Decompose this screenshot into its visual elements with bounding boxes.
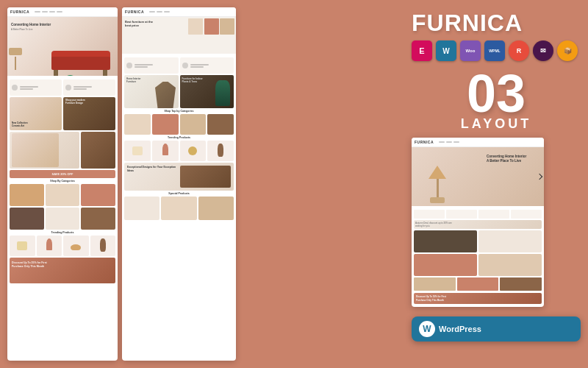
banner xyxy=(414,210,445,219)
banner xyxy=(446,210,477,219)
nav-item xyxy=(446,141,452,143)
hero-background: Converting Home Interior A Better Place … xyxy=(7,17,118,76)
promo-side xyxy=(81,132,115,169)
banner xyxy=(511,210,542,219)
wp-badge-label: WordPress xyxy=(439,325,481,333)
small-cat xyxy=(414,277,456,291)
feature-label: Shop your modernFurniture Design xyxy=(65,99,85,105)
special-products xyxy=(124,197,234,220)
wordpress-icon: W xyxy=(442,47,449,55)
mockup2-content: Home InteriorFurniture Furniture for Ind… xyxy=(122,54,236,224)
info-banners xyxy=(10,79,115,96)
categories-section-label: Shop By Categories xyxy=(10,180,115,183)
discount-banner: SAVE 20% OFF xyxy=(10,170,115,178)
pendant-lamp xyxy=(46,238,52,250)
mockup3-discount-text: Discount Up To 35% for FirstPurchase Onl… xyxy=(416,295,539,301)
exceptional-text: Exceptional Designs for Your Exception I… xyxy=(127,166,178,188)
nav-item xyxy=(42,11,48,13)
interior-1: Home InteriorFurniture xyxy=(124,75,179,108)
special-item xyxy=(161,197,196,220)
layer-badge: 📦 xyxy=(557,40,578,61)
cat-img-4 xyxy=(478,254,542,276)
tall-vase xyxy=(100,238,106,252)
mockup2-hero: Best furniture at thebest price xyxy=(122,17,236,54)
small-cat xyxy=(457,277,499,291)
nav-item xyxy=(157,11,162,13)
mail-badge: ✉ xyxy=(533,40,553,61)
banner-icon xyxy=(126,63,132,68)
banner-text xyxy=(20,86,38,90)
banner-icon xyxy=(182,63,188,68)
discount-text: SAVE 20% OFF xyxy=(12,172,113,176)
category-item xyxy=(46,184,80,206)
t-item-3 xyxy=(180,141,207,161)
category-item xyxy=(46,208,80,230)
cat-img-3 xyxy=(414,254,477,276)
feature-2: Shop your modernFurniture Design xyxy=(63,97,115,130)
promo-main: Home Interior &Furniture Decoration xyxy=(10,132,79,169)
mockup2-nav xyxy=(149,11,170,13)
mockup3-banners xyxy=(414,210,542,219)
trending-products xyxy=(10,236,115,256)
main-container: FURNICA Converting Home Interior A Bette… xyxy=(0,0,588,368)
mockup2-categories xyxy=(124,114,234,135)
promo-blocks: Home Interior &Furniture Decoration xyxy=(10,132,115,169)
item-shape xyxy=(188,146,197,155)
trending-4 xyxy=(90,236,116,256)
small-cat xyxy=(500,277,542,291)
banner-icon xyxy=(65,85,71,91)
trending-2 xyxy=(37,236,62,256)
banner xyxy=(180,57,234,74)
hero-arrow xyxy=(537,174,542,180)
hero-lamp xyxy=(426,166,448,202)
mockup2-title: Best furniture at thebest price xyxy=(125,20,153,27)
lamp-shade xyxy=(429,166,446,179)
nav-item xyxy=(164,11,170,13)
elementor-badge: E xyxy=(412,40,432,61)
mockup3-title: Converting Home InteriorA Better Place T… xyxy=(487,155,538,164)
showcase-2 xyxy=(204,18,219,35)
lamp-pole xyxy=(437,179,439,197)
banner-text xyxy=(190,64,209,68)
mockup1-hero: Converting Home Interior A Better Place … xyxy=(7,17,118,76)
lamp-base xyxy=(430,197,445,203)
mockup3-hero-text: Converting Home InteriorA Better Place T… xyxy=(487,155,538,164)
sofa-seat xyxy=(51,57,110,70)
banner-line xyxy=(74,88,87,90)
nightstand xyxy=(17,241,27,250)
plant-silhouette xyxy=(215,80,230,106)
brand-title: FURNICA xyxy=(412,11,581,35)
elementor-icon: E xyxy=(419,46,424,55)
banner-line xyxy=(74,86,92,88)
mockup1-header: FURNICA xyxy=(7,7,118,17)
mockup2-header: FURNICA xyxy=(122,7,236,17)
cushion-1 xyxy=(65,75,76,76)
wordpress-badge-icon: W xyxy=(436,40,456,61)
mockup2-trending-label: Trending Products xyxy=(124,136,234,139)
line xyxy=(135,66,148,68)
category-item xyxy=(10,184,44,206)
banner-icon xyxy=(12,85,18,91)
cat-item xyxy=(207,114,234,135)
mockup2-categories-label: Shop Top by Categories xyxy=(124,110,234,113)
wordpress-main-badge: W WordPress xyxy=(412,316,581,342)
plugin-badges: E W Woo WPML R ✉ 📦 xyxy=(412,40,581,61)
mockup-1: FURNICA Converting Home Interior A Bette… xyxy=(7,7,118,361)
trending-1 xyxy=(10,236,35,256)
autumn-deal: Autumn Deal, discount up to 30% arewaiti… xyxy=(414,220,542,229)
layout-section: 03 LAYOUT xyxy=(412,67,581,132)
exceptional-img xyxy=(180,166,231,188)
sofa-leg-right xyxy=(103,70,107,76)
showcase-3 xyxy=(220,18,234,35)
line xyxy=(135,64,153,66)
mail-icon: ✉ xyxy=(540,47,546,54)
hero-title: Converting Home Interior xyxy=(11,23,51,27)
mockup1-logo: FURNICA xyxy=(10,10,29,14)
mockup2-banners xyxy=(124,57,234,74)
mockup-2: FURNICA Best furniture at thebest price xyxy=(122,7,236,361)
category-item xyxy=(81,208,115,230)
banner-line xyxy=(20,88,33,90)
banner-2 xyxy=(63,79,115,96)
item-shape xyxy=(132,146,143,155)
exceptional-title: Exceptional Designs for Your Exception I… xyxy=(127,166,178,173)
